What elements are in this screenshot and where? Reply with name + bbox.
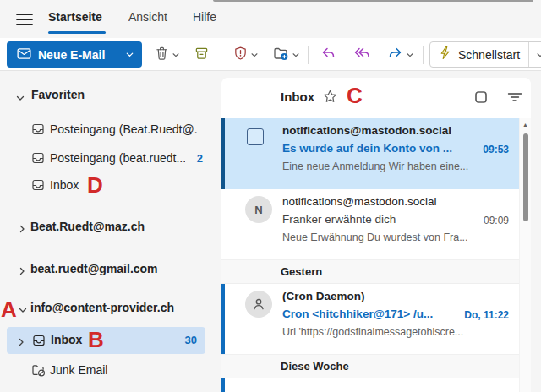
chevron-down-icon[interactable] [18,303,28,318]
unread-count-badge: 30 [185,334,197,346]
account-label: info@content-provider.ch [30,301,174,314]
forward-button[interactable] [385,41,416,68]
list-title: Inbox [281,90,314,104]
mail-icon [17,47,31,63]
email-preview: Neue Erwähnung Du wurdest von Fra... [282,231,468,243]
email-subject: Es wurde auf dein Konto von ... [282,142,452,155]
sidebar-item-junk[interactable]: Junk Email [0,362,218,386]
junk-folder-icon [31,363,46,380]
unread-bar [221,378,225,392]
tab-startseite[interactable]: Startseite [48,10,102,24]
sidebar-item-label: Inbox [50,178,79,192]
email-list-item[interactable]: N notifications@mastodon.social Franker … [221,189,531,260]
message-list-panel: Inbox notifications@mastodon.social Es w… [221,78,531,392]
star-icon[interactable] [322,89,338,108]
chevron-right-icon[interactable] [16,335,26,351]
email-checkbox[interactable] [247,128,264,145]
email-list-item[interactable]: (Cron Daemon) Cron <hitchhiker@171> /u..… [221,284,531,355]
sidebar-item-posteingang-1[interactable]: Posteingang (Beat.Ruedt@... [0,122,218,145]
toolbar-separator [308,46,309,64]
email-preview: Eine neue Anmeldung Wir haben eine... [282,161,468,172]
chevron-down-icon[interactable] [406,47,414,63]
inbox-icon [31,178,45,195]
quick-start-label: Schnellstart [451,48,528,62]
account-gmail[interactable]: beat.ruedt@gmail.com [0,262,218,286]
email-sender: notifications@mastodon.social [282,124,451,137]
avatar-person-icon [245,291,272,318]
quick-start-button[interactable]: Schnellstart [429,41,541,68]
email-preview: Url 'https://godsfinalmessagetohiscre... [282,326,463,338]
annotation-a: A [1,298,17,320]
new-email-button[interactable]: Neue E-Mail [7,41,142,68]
chevron-right-icon[interactable] [17,264,27,280]
tab-ansicht[interactable]: Ansicht [128,10,167,24]
chevron-down-icon[interactable] [250,47,259,63]
scroll-up-arrow[interactable]: ▲ [520,122,531,128]
sidebar-item-label: Posteingang (beat.ruedt... [50,151,185,165]
account-maz[interactable]: Beat.Ruedt@maz.ch [0,220,218,243]
email-time: Do, 11:22 [464,309,509,321]
outlook-window: Startseite Ansicht Hilfe Neue E-Mail [0,0,541,392]
favorites-header[interactable]: Favoriten [0,88,218,112]
hamburger-menu-icon[interactable] [15,11,34,28]
archive-button[interactable] [193,41,210,68]
sidebar-item-label: Junk Email [50,363,107,377]
account-label: beat.ruedt@gmail.com [30,262,158,275]
sidebar-item-label: Posteingang (Beat.Ruedt@... [50,122,198,136]
email-sender: (Cron Daemon) [282,290,365,302]
tab-hilfe[interactable]: Hilfe [193,10,216,24]
inbox-icon [31,151,45,168]
toolbar-separator [423,46,424,64]
email-list-item-partial[interactable] [221,378,531,392]
active-tab-underline [48,31,106,34]
annotation-c: C [347,84,363,106]
account-label: Beat.Ruedt@maz.ch [30,220,145,233]
avatar: N [245,196,272,223]
chevron-down-icon[interactable] [172,47,180,63]
email-subject: Franker erwähnte dich [282,213,396,226]
account-content-provider[interactable]: info@content-provider.ch [0,301,218,324]
new-email-label: Neue E-Mail [38,48,105,62]
sidebar-item-inbox-selected[interactable]: Inbox 30 [7,327,205,354]
delete-button[interactable] [153,41,182,68]
chevron-down-icon[interactable] [292,47,300,63]
reply-button[interactable] [319,41,338,68]
forward-icon [387,46,403,63]
report-button[interactable] [232,41,260,68]
email-subject: Cron <hitchhiker@171> /u... [282,308,433,320]
reply-all-icon [353,46,371,63]
unread-bar [221,284,225,354]
chevron-right-icon[interactable] [17,222,27,237]
window-edge-artifact [213,0,533,2]
select-all-icon[interactable] [473,90,489,108]
selection-bar [221,118,225,189]
sidebar-item-posteingang-2[interactable]: Posteingang (beat.ruedt... 2 [0,150,218,174]
annotation-b: B [88,329,104,351]
reply-all-button[interactable] [352,41,373,68]
unread-count-badge: 2 [197,152,203,165]
email-list-item[interactable]: notifications@mastodon.social Es wurde a… [221,118,531,189]
group-header-this-week[interactable]: Diese Woche [221,355,531,378]
sidebar-item-label: Inbox [51,333,82,346]
email-time: 09:09 [484,215,509,226]
email-sender: notifications@mastodon.social [282,195,437,208]
favorites-label: Favoriten [31,88,85,101]
inbox-icon [32,334,46,351]
move-folder-icon [273,46,289,64]
folder-sidebar: Favoriten Posteingang (Beat.Ruedt@... Po… [0,78,218,392]
inbox-icon [31,122,45,139]
annotation-d: D [87,174,103,196]
group-header-yesterday[interactable]: Gestern [221,260,531,284]
filter-icon[interactable] [507,90,522,107]
scrollbar-thumb[interactable] [523,133,528,221]
quick-start-dropdown[interactable] [528,42,541,67]
message-list-header: Inbox [221,78,531,118]
shield-report-icon [233,46,248,64]
list-scrollbar[interactable]: ▲ [519,118,531,392]
sidebar-item-inbox-favorite[interactable]: Inbox [0,177,218,201]
lightning-icon [439,46,451,63]
move-to-folder-button[interactable] [271,41,302,68]
new-email-dropdown[interactable] [117,41,142,68]
trash-icon [155,46,169,64]
chevron-down-icon[interactable] [15,91,25,106]
